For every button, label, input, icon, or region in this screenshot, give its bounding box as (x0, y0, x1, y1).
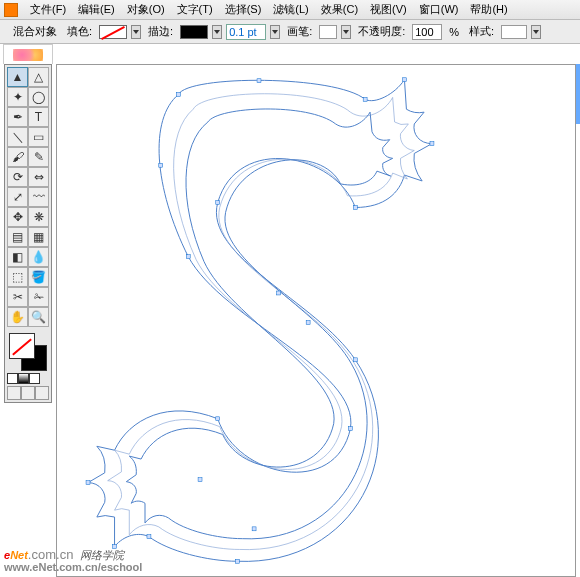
fill-dropdown[interactable] (131, 25, 141, 39)
menu-filter[interactable]: 滤镜(L) (267, 0, 314, 19)
tool-scale[interactable]: ⤢ (7, 187, 28, 207)
tool-pencil[interactable]: ✎ (28, 147, 49, 167)
svg-rect-2 (363, 97, 367, 101)
fill-label: 填色: (67, 24, 92, 39)
screen-mode-full[interactable] (35, 386, 49, 400)
tool-type[interactable]: T (28, 107, 49, 127)
options-bar: 混合对象 填色: 描边: 0.1 pt 画笔: 不透明度: 100 % 样式: (0, 20, 580, 44)
menu-file[interactable]: 文件(F) (24, 0, 72, 19)
svg-rect-11 (147, 535, 151, 539)
tool-hand[interactable]: ✋ (7, 307, 28, 327)
svg-rect-6 (216, 201, 220, 205)
vector-artwork[interactable] (57, 65, 575, 576)
tool-lasso[interactable]: ◯ (28, 87, 49, 107)
tool-reflect[interactable]: ⇔ (28, 167, 49, 187)
swatch-none[interactable] (29, 373, 40, 384)
menu-object[interactable]: 对象(O) (121, 0, 171, 19)
svg-rect-18 (198, 478, 202, 482)
tool-free-transform[interactable]: ✥ (7, 207, 28, 227)
svg-rect-13 (86, 481, 90, 485)
opacity-label: 不透明度: (358, 24, 405, 39)
blend-object-label: 混合对象 (13, 24, 57, 39)
stroke-label: 描边: (148, 24, 173, 39)
tool-line[interactable]: ＼ (7, 127, 28, 147)
path-mid[interactable] (108, 94, 415, 550)
svg-rect-8 (353, 358, 357, 362)
svg-rect-4 (430, 142, 434, 146)
svg-rect-5 (353, 206, 357, 210)
screen-mode-full-menu[interactable] (21, 386, 35, 400)
watermark-url: www.eNet.com.cn/eschool (4, 561, 142, 573)
fill-swatch[interactable] (99, 25, 127, 39)
style-swatch[interactable] (501, 25, 527, 39)
tool-zoom[interactable]: 🔍 (28, 307, 49, 327)
svg-rect-3 (402, 78, 406, 82)
menu-view[interactable]: 视图(V) (364, 0, 413, 19)
svg-rect-14 (216, 417, 220, 421)
svg-rect-15 (277, 291, 281, 295)
menu-help[interactable]: 帮助(H) (464, 0, 513, 19)
canvas[interactable] (56, 64, 576, 577)
path-inner[interactable] (126, 109, 392, 539)
svg-rect-0 (176, 93, 180, 97)
tool-selection[interactable]: ▲ (7, 67, 28, 87)
svg-rect-16 (306, 321, 310, 325)
opacity-field[interactable]: 100 (412, 24, 442, 40)
tool-scissors[interactable]: ✁ (28, 287, 49, 307)
watermark: eNet.com.cn 网络学院 www.eNet.com.cn/eschool (4, 539, 142, 573)
svg-rect-10 (235, 559, 239, 563)
document-tab[interactable] (3, 44, 53, 64)
brush-dropdown[interactable] (341, 25, 351, 39)
tool-slice[interactable]: ✂ (7, 287, 28, 307)
tool-graph[interactable]: ▤ (7, 227, 28, 247)
vertical-scrollbar[interactable] (576, 64, 580, 124)
swatch-gradient[interactable] (18, 373, 29, 384)
menu-select[interactable]: 选择(S) (219, 0, 268, 19)
stroke-dropdown[interactable] (212, 25, 222, 39)
workspace (0, 44, 580, 577)
tool-direct-selection[interactable]: △ (28, 67, 49, 87)
stroke-swatch[interactable] (180, 25, 208, 39)
stroke-weight-field[interactable]: 0.1 pt (226, 24, 266, 40)
stroke-weight-dropdown[interactable] (270, 25, 280, 39)
path-outer[interactable] (88, 80, 432, 562)
svg-rect-1 (257, 79, 261, 83)
tool-rotate[interactable]: ⟳ (7, 167, 28, 187)
document-thumbnail (13, 49, 43, 61)
style-label: 样式: (469, 24, 494, 39)
tool-warp[interactable]: 〰 (28, 187, 49, 207)
color-picker[interactable] (7, 331, 49, 371)
tool-symbol-sprayer[interactable]: ❋ (28, 207, 49, 227)
screen-mode-normal[interactable] (7, 386, 21, 400)
tool-magic-wand[interactable]: ✦ (7, 87, 28, 107)
swatch-color[interactable] (7, 373, 18, 384)
watermark-net: Net (10, 549, 28, 561)
tool-blend[interactable]: ⬚ (7, 267, 28, 287)
menu-text[interactable]: 文字(T) (171, 0, 219, 19)
watermark-cn: 网络学院 (80, 549, 124, 561)
menu-effect[interactable]: 效果(C) (315, 0, 364, 19)
svg-rect-17 (252, 527, 256, 531)
tool-paintbrush[interactable]: 🖌 (7, 147, 28, 167)
svg-rect-9 (348, 427, 352, 431)
svg-rect-7 (186, 255, 190, 259)
tool-rectangle[interactable]: ▭ (28, 127, 49, 147)
brush-swatch[interactable] (319, 25, 337, 39)
opacity-suffix: % (449, 26, 459, 38)
fill-color[interactable] (9, 333, 35, 359)
anchor-points[interactable] (86, 78, 434, 563)
app-icon (4, 3, 18, 17)
menu-bar: 文件(F) 编辑(E) 对象(O) 文字(T) 选择(S) 滤镜(L) 效果(C… (0, 0, 580, 20)
tool-pen[interactable]: ✒ (7, 107, 28, 127)
tool-live-paint[interactable]: 🪣 (28, 267, 49, 287)
svg-rect-19 (159, 163, 163, 167)
menu-edit[interactable]: 编辑(E) (72, 0, 121, 19)
brush-label: 画笔: (287, 24, 312, 39)
menu-window[interactable]: 窗口(W) (413, 0, 465, 19)
tool-gradient[interactable]: ◧ (7, 247, 28, 267)
tool-eyedropper[interactable]: 💧 (28, 247, 49, 267)
style-dropdown[interactable] (531, 25, 541, 39)
watermark-com: .com.cn (28, 547, 74, 562)
toolbox[interactable]: ▲△ ✦◯ ✒T ＼▭ 🖌✎ ⟳⇔ ⤢〰 ✥❋ ▤▦ ◧💧 ⬚🪣 ✂✁ ✋🔍 (4, 64, 52, 403)
tool-mesh[interactable]: ▦ (28, 227, 49, 247)
